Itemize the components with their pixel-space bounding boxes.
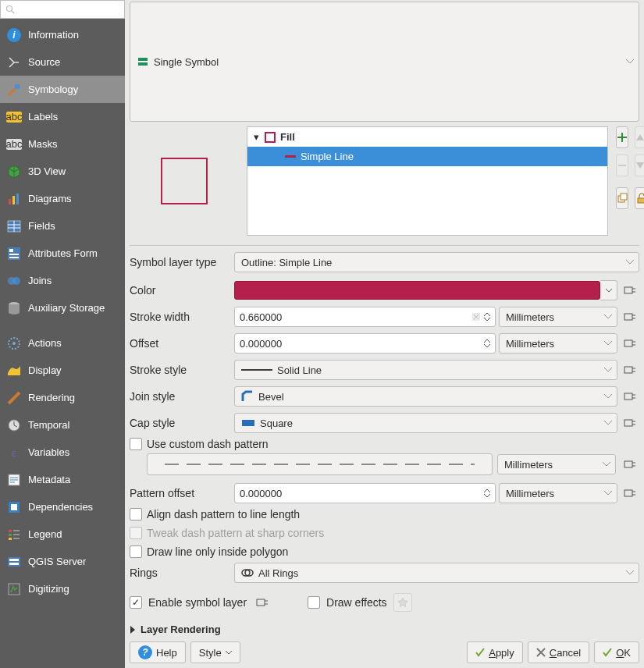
- svg-point-0: [7, 6, 12, 12]
- clear-icon[interactable]: [471, 312, 481, 322]
- align-dash-checkbox[interactable]: [130, 508, 142, 521]
- sidebar-search-input[interactable]: [0, 0, 125, 19]
- renderer-type-combo[interactable]: Single Symbol: [130, 2, 639, 122]
- data-defined-icon: [624, 285, 636, 296]
- sidebar-item-diagrams[interactable]: Diagrams: [0, 185, 125, 212]
- cancel-button[interactable]: Cancel: [528, 641, 589, 663]
- svg-rect-46: [624, 287, 632, 293]
- spin-down-icon[interactable]: [484, 317, 490, 322]
- variables-icon: ε: [6, 445, 22, 460]
- sidebar-item-rendering[interactable]: Rendering: [0, 384, 125, 411]
- symbol-layer-tree[interactable]: ▾ Fill Simple Line: [247, 126, 608, 236]
- attributes-form-icon: [6, 246, 22, 261]
- ok-button[interactable]: OK: [594, 641, 639, 663]
- sidebar-item-label: QGIS Server: [28, 556, 86, 567]
- plus-icon: [617, 132, 628, 143]
- draw-effects-checkbox[interactable]: [308, 596, 320, 609]
- offset-unit-combo[interactable]: Millimeters: [499, 333, 617, 354]
- inside-polygon-checkbox[interactable]: [130, 545, 142, 558]
- svg-rect-7: [9, 199, 11, 204]
- dash-override-button[interactable]: [621, 454, 639, 474]
- pattern-offset-input[interactable]: 0.000000: [234, 483, 496, 503]
- svg-line-1: [12, 11, 14, 13]
- cap-style-override-button[interactable]: [621, 413, 639, 433]
- sidebar-item-label: Temporal: [28, 419, 69, 431]
- color-dropdown-button[interactable]: [600, 280, 617, 300]
- sidebar-item-legend[interactable]: Legend: [0, 521, 125, 548]
- svg-rect-49: [624, 340, 632, 346]
- sidebar-item-fields[interactable]: Fields: [0, 212, 125, 240]
- svg-rect-33: [9, 538, 12, 540]
- spin-down-icon[interactable]: [484, 343, 490, 348]
- help-button-label: Help: [156, 647, 177, 659]
- sidebar-item-attributes-form[interactable]: Attributes Form: [0, 240, 125, 267]
- sidebar-item-display[interactable]: Display: [0, 357, 125, 384]
- dash-unit-combo[interactable]: Millimeters: [497, 454, 616, 474]
- stroke-width-unit-combo[interactable]: Millimeters: [499, 307, 617, 327]
- sidebar-item-source[interactable]: Source: [0, 48, 125, 76]
- stroke-width-input[interactable]: 0.660000: [234, 307, 496, 327]
- svg-rect-55: [624, 461, 632, 467]
- sidebar-item-labels[interactable]: abcLabels: [0, 103, 125, 130]
- symbol-layer-type-combo[interactable]: Outline: Simple Line: [234, 252, 639, 272]
- rings-combo[interactable]: All Rings: [234, 563, 639, 583]
- offset-input[interactable]: 0.000000: [234, 333, 496, 354]
- add-layer-button[interactable]: [616, 126, 628, 148]
- join-style-override-button[interactable]: [621, 386, 639, 407]
- enable-symbol-layer-checkbox[interactable]: [130, 596, 142, 609]
- pattern-offset-unit-combo[interactable]: Millimeters: [499, 483, 617, 503]
- join-style-combo[interactable]: Bevel: [234, 386, 617, 407]
- custom-dash-checkbox[interactable]: [130, 438, 142, 450]
- main-panel: Single Symbol ▾ Fill Simple Line: [125, 0, 644, 668]
- color-picker[interactable]: [234, 281, 600, 300]
- digitizing-icon: [6, 581, 22, 597]
- stroke-width-unit: Millimeters: [506, 311, 554, 323]
- sidebar-item-variables[interactable]: εVariables: [0, 439, 125, 466]
- layer-rendering-section[interactable]: Layer Rendering: [130, 624, 639, 635]
- sidebar-item-qgis-server[interactable]: QGIS Server: [0, 548, 125, 575]
- symbol-preview: [130, 126, 239, 236]
- enable-layer-override-button[interactable]: [253, 592, 272, 613]
- sidebar-item-auxiliary-storage[interactable]: Auxiliary Storage: [0, 294, 125, 322]
- stroke-style-combo[interactable]: Solid Line: [234, 360, 617, 380]
- sidebar-item-label: Diagrams: [28, 193, 72, 204]
- svg-rect-42: [138, 62, 148, 66]
- renderer-type-label: Single Symbol: [154, 56, 219, 68]
- chevron-down-icon: [226, 651, 232, 655]
- color-override-button[interactable]: [621, 280, 639, 300]
- svg-rect-59: [257, 599, 265, 606]
- draw-effects-label: Draw effects: [326, 596, 387, 609]
- style-button[interactable]: Style: [190, 641, 240, 663]
- sidebar-item-masks[interactable]: abcMasks: [0, 130, 125, 158]
- pattern-offset-override-button[interactable]: [621, 483, 639, 503]
- tree-row-simple-line[interactable]: Simple Line: [247, 147, 607, 166]
- sidebar-item-dependencies[interactable]: Dependencies: [0, 493, 125, 521]
- sidebar-item-temporal[interactable]: Temporal: [0, 411, 125, 439]
- stroke-style-override-button[interactable]: [621, 360, 639, 380]
- help-button[interactable]: ? Help: [130, 641, 186, 663]
- sidebar-item-joins[interactable]: Joins: [0, 267, 125, 294]
- sidebar-item-metadata[interactable]: Metadata: [0, 466, 125, 493]
- collapse-icon[interactable]: ▾: [252, 131, 260, 143]
- sidebar-item-symbology[interactable]: Symbology: [0, 76, 125, 103]
- svg-rect-32: [9, 534, 12, 536]
- pattern-offset-value: 0.000000: [240, 488, 282, 499]
- svg-rect-15: [9, 249, 13, 252]
- sidebar-item-label: Display: [28, 364, 62, 376]
- tree-row-fill[interactable]: ▾ Fill: [247, 127, 607, 147]
- cap-style-combo[interactable]: Square: [234, 413, 617, 433]
- apply-button[interactable]: Apply: [467, 641, 523, 663]
- chevron-down-icon: [626, 260, 634, 265]
- chevron-down-icon: [606, 289, 612, 293]
- spin-down-icon[interactable]: [484, 493, 490, 498]
- duplicate-layer-button[interactable]: [616, 187, 628, 209]
- stroke-width-override-button[interactable]: [621, 307, 639, 327]
- sidebar-item-digitizing[interactable]: Digitizing: [0, 575, 125, 602]
- sidebar-item-3d-view[interactable]: 3D View: [0, 158, 125, 185]
- offset-override-button[interactable]: [621, 333, 639, 354]
- sidebar-item-actions[interactable]: Actions: [0, 329, 125, 357]
- svg-rect-8: [12, 196, 15, 204]
- lock-layer-button[interactable]: [635, 187, 644, 209]
- dash-pattern-button[interactable]: [147, 453, 493, 475]
- sidebar-item-information[interactable]: iInformation: [0, 21, 125, 48]
